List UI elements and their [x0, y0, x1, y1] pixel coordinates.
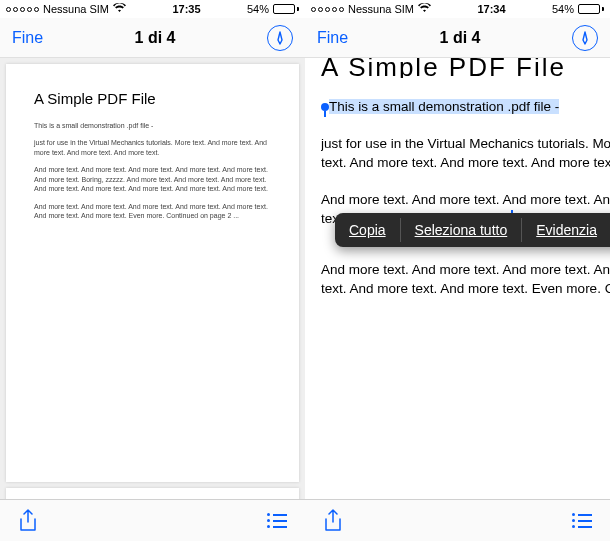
done-button[interactable]: Fine [12, 29, 43, 47]
pdf-text-line[interactable]: just for use in the Virtual Mechanics tu… [321, 135, 610, 154]
nav-bar: Fine 1 di 4 [0, 18, 305, 58]
list-button[interactable] [267, 513, 287, 528]
highlight-menu-item[interactable]: Evidenzia [522, 213, 610, 247]
page-indicator: 1 di 4 [440, 29, 481, 47]
status-bar: Nessuna SIM 17:34 54% [305, 0, 610, 18]
copy-menu-item[interactable]: Copia [335, 213, 400, 247]
battery-icon [578, 4, 604, 14]
markup-button[interactable] [572, 25, 598, 51]
pdf-paragraph: just for use in the Virtual Mechanics tu… [34, 138, 271, 157]
signal-dots-icon [311, 7, 344, 12]
pdf-paragraph: This is a small demonstration .pdf file … [34, 121, 271, 130]
pdf-text-line[interactable]: text. And more text. And more text. Even… [321, 280, 610, 299]
battery-icon [273, 4, 299, 14]
wifi-icon [418, 3, 431, 15]
select-all-menu-item[interactable]: Seleziona tutto [401, 213, 522, 247]
list-button[interactable] [572, 513, 592, 528]
markup-button[interactable] [267, 25, 293, 51]
nav-bar: Fine 1 di 4 [305, 18, 610, 58]
carrier-label: Nessuna SIM [348, 3, 414, 15]
pdf-title: A Simple PDF File [34, 90, 271, 107]
wifi-icon [113, 3, 126, 15]
bottom-toolbar [305, 499, 610, 541]
pen-icon [273, 31, 287, 45]
signal-dots-icon [6, 7, 39, 12]
carrier-label: Nessuna SIM [43, 3, 109, 15]
done-button[interactable]: Fine [317, 29, 348, 47]
selected-text-line[interactable]: This is a small demonstration .pdf file … [321, 98, 610, 117]
pdf-page-2-peek: Simple PDF File 2 [6, 488, 299, 499]
pdf-page-1: A Simple PDF File This is a small demons… [6, 64, 299, 482]
pdf-text-line[interactable]: And more text. And more text. And more t… [321, 261, 610, 280]
text-selection-menu: Copia Seleziona tutto Evidenzia [335, 213, 610, 247]
page-indicator: 1 di 4 [135, 29, 176, 47]
right-screenshot: Nessuna SIM 17:34 54% Fine 1 di 4 A [305, 0, 610, 541]
pdf-text-line[interactable]: text. And more text. And more text. And … [321, 154, 610, 173]
share-button[interactable] [323, 509, 343, 533]
selection-start-handle[interactable] [321, 103, 329, 111]
pdf-title-cropped: A Simple PDF File [321, 58, 610, 78]
document-viewport[interactable]: A Simple PDF File This is a small demons… [0, 58, 305, 499]
share-icon [323, 509, 343, 533]
list-icon [267, 513, 287, 528]
pdf-page-zoomed: A Simple PDF File This is a small demons… [305, 58, 610, 499]
pdf-paragraph: And more text. And more text. And more t… [34, 202, 271, 221]
bottom-toolbar [0, 499, 305, 541]
pdf-text-line[interactable]: And more text. And more text. And more t… [321, 191, 610, 210]
list-icon [572, 513, 592, 528]
pdf-paragraph: And more text. And more text. And more t… [34, 165, 271, 193]
clock-label: 17:35 [172, 3, 200, 15]
share-button[interactable] [18, 509, 38, 533]
share-icon [18, 509, 38, 533]
left-screenshot: Nessuna SIM 17:35 54% Fine 1 di 4 A [0, 0, 305, 541]
battery-percent-label: 54% [552, 3, 574, 15]
document-viewport[interactable]: A Simple PDF File This is a small demons… [305, 58, 610, 499]
status-bar: Nessuna SIM 17:35 54% [0, 0, 305, 18]
clock-label: 17:34 [477, 3, 505, 15]
battery-percent-label: 54% [247, 3, 269, 15]
pen-icon [578, 31, 592, 45]
